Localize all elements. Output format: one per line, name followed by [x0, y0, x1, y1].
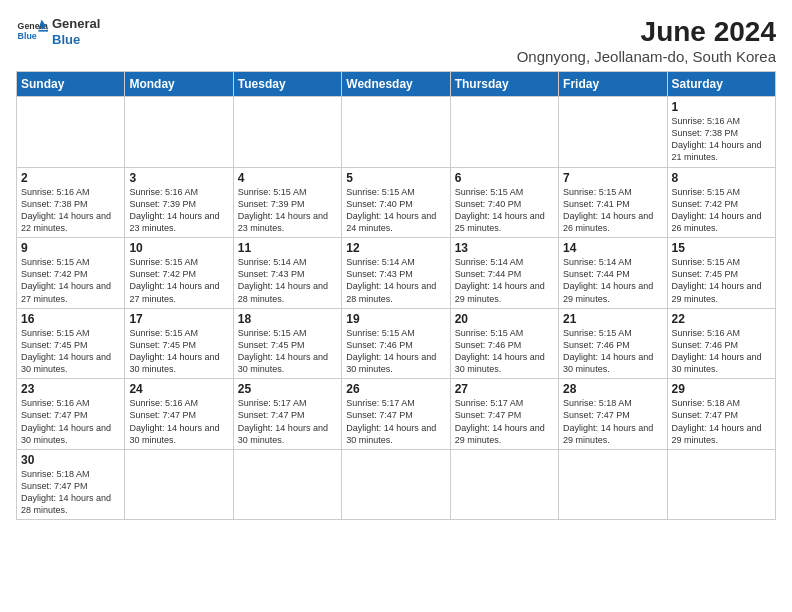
day-number: 1 — [672, 100, 771, 114]
day-number: 13 — [455, 241, 554, 255]
calendar-cell: 28Sunrise: 5:18 AMSunset: 7:47 PMDayligh… — [559, 379, 667, 450]
weekday-row: SundayMondayTuesdayWednesdayThursdayFrid… — [17, 72, 776, 97]
page-header: General Blue General Blue June 2024 Ongn… — [16, 16, 776, 65]
logo-icon: General Blue — [16, 18, 48, 46]
day-info: Sunrise: 5:14 AMSunset: 7:44 PMDaylight:… — [455, 256, 554, 305]
day-number: 4 — [238, 171, 337, 185]
day-info: Sunrise: 5:15 AMSunset: 7:40 PMDaylight:… — [346, 186, 445, 235]
day-info: Sunrise: 5:16 AMSunset: 7:39 PMDaylight:… — [129, 186, 228, 235]
weekday-header: Monday — [125, 72, 233, 97]
calendar-cell: 30Sunrise: 5:18 AMSunset: 7:47 PMDayligh… — [17, 449, 125, 520]
day-number: 16 — [21, 312, 120, 326]
day-number: 29 — [672, 382, 771, 396]
day-info: Sunrise: 5:15 AMSunset: 7:42 PMDaylight:… — [129, 256, 228, 305]
calendar-header: SundayMondayTuesdayWednesdayThursdayFrid… — [17, 72, 776, 97]
day-number: 21 — [563, 312, 662, 326]
logo: General Blue General Blue — [16, 16, 100, 47]
calendar-cell: 12Sunrise: 5:14 AMSunset: 7:43 PMDayligh… — [342, 238, 450, 309]
weekday-header: Sunday — [17, 72, 125, 97]
calendar-cell: 13Sunrise: 5:14 AMSunset: 7:44 PMDayligh… — [450, 238, 558, 309]
calendar-cell: 3Sunrise: 5:16 AMSunset: 7:39 PMDaylight… — [125, 167, 233, 238]
day-number: 23 — [21, 382, 120, 396]
calendar-title: June 2024 — [517, 16, 776, 48]
day-number: 22 — [672, 312, 771, 326]
calendar-cell: 23Sunrise: 5:16 AMSunset: 7:47 PMDayligh… — [17, 379, 125, 450]
day-number: 3 — [129, 171, 228, 185]
week-row: 1Sunrise: 5:16 AMSunset: 7:38 PMDaylight… — [17, 97, 776, 168]
calendar-cell: 4Sunrise: 5:15 AMSunset: 7:39 PMDaylight… — [233, 167, 341, 238]
week-row: 30Sunrise: 5:18 AMSunset: 7:47 PMDayligh… — [17, 449, 776, 520]
calendar-cell: 11Sunrise: 5:14 AMSunset: 7:43 PMDayligh… — [233, 238, 341, 309]
calendar-cell: 10Sunrise: 5:15 AMSunset: 7:42 PMDayligh… — [125, 238, 233, 309]
day-number: 8 — [672, 171, 771, 185]
week-row: 23Sunrise: 5:16 AMSunset: 7:47 PMDayligh… — [17, 379, 776, 450]
calendar-cell — [125, 97, 233, 168]
calendar-cell: 9Sunrise: 5:15 AMSunset: 7:42 PMDaylight… — [17, 238, 125, 309]
calendar-cell: 2Sunrise: 5:16 AMSunset: 7:38 PMDaylight… — [17, 167, 125, 238]
calendar-cell: 18Sunrise: 5:15 AMSunset: 7:45 PMDayligh… — [233, 308, 341, 379]
calendar-cell: 14Sunrise: 5:14 AMSunset: 7:44 PMDayligh… — [559, 238, 667, 309]
calendar-cell: 26Sunrise: 5:17 AMSunset: 7:47 PMDayligh… — [342, 379, 450, 450]
day-info: Sunrise: 5:16 AMSunset: 7:38 PMDaylight:… — [21, 186, 120, 235]
calendar-body: 1Sunrise: 5:16 AMSunset: 7:38 PMDaylight… — [17, 97, 776, 520]
calendar-cell: 25Sunrise: 5:17 AMSunset: 7:47 PMDayligh… — [233, 379, 341, 450]
day-number: 20 — [455, 312, 554, 326]
svg-text:Blue: Blue — [18, 30, 37, 40]
calendar-cell: 1Sunrise: 5:16 AMSunset: 7:38 PMDaylight… — [667, 97, 775, 168]
calendar-cell — [559, 449, 667, 520]
calendar-cell — [233, 97, 341, 168]
day-number: 27 — [455, 382, 554, 396]
calendar-cell — [450, 449, 558, 520]
calendar-cell: 7Sunrise: 5:15 AMSunset: 7:41 PMDaylight… — [559, 167, 667, 238]
day-info: Sunrise: 5:18 AMSunset: 7:47 PMDaylight:… — [21, 468, 120, 517]
calendar-cell: 19Sunrise: 5:15 AMSunset: 7:46 PMDayligh… — [342, 308, 450, 379]
calendar-cell — [667, 449, 775, 520]
day-number: 12 — [346, 241, 445, 255]
calendar-cell: 29Sunrise: 5:18 AMSunset: 7:47 PMDayligh… — [667, 379, 775, 450]
calendar-cell: 5Sunrise: 5:15 AMSunset: 7:40 PMDaylight… — [342, 167, 450, 238]
week-row: 9Sunrise: 5:15 AMSunset: 7:42 PMDaylight… — [17, 238, 776, 309]
weekday-header: Saturday — [667, 72, 775, 97]
day-info: Sunrise: 5:17 AMSunset: 7:47 PMDaylight:… — [455, 397, 554, 446]
day-info: Sunrise: 5:18 AMSunset: 7:47 PMDaylight:… — [672, 397, 771, 446]
day-info: Sunrise: 5:15 AMSunset: 7:45 PMDaylight:… — [672, 256, 771, 305]
day-info: Sunrise: 5:17 AMSunset: 7:47 PMDaylight:… — [346, 397, 445, 446]
weekday-header: Friday — [559, 72, 667, 97]
day-info: Sunrise: 5:15 AMSunset: 7:42 PMDaylight:… — [672, 186, 771, 235]
logo-general: General — [52, 16, 100, 32]
day-info: Sunrise: 5:15 AMSunset: 7:46 PMDaylight:… — [346, 327, 445, 376]
day-info: Sunrise: 5:15 AMSunset: 7:45 PMDaylight:… — [21, 327, 120, 376]
calendar-cell: 16Sunrise: 5:15 AMSunset: 7:45 PMDayligh… — [17, 308, 125, 379]
day-number: 10 — [129, 241, 228, 255]
calendar-cell — [559, 97, 667, 168]
day-info: Sunrise: 5:15 AMSunset: 7:42 PMDaylight:… — [21, 256, 120, 305]
calendar-cell: 15Sunrise: 5:15 AMSunset: 7:45 PMDayligh… — [667, 238, 775, 309]
day-info: Sunrise: 5:15 AMSunset: 7:40 PMDaylight:… — [455, 186, 554, 235]
calendar-cell — [342, 449, 450, 520]
svg-rect-3 — [38, 30, 48, 32]
calendar-table: SundayMondayTuesdayWednesdayThursdayFrid… — [16, 71, 776, 520]
day-info: Sunrise: 5:15 AMSunset: 7:41 PMDaylight:… — [563, 186, 662, 235]
day-info: Sunrise: 5:17 AMSunset: 7:47 PMDaylight:… — [238, 397, 337, 446]
day-number: 7 — [563, 171, 662, 185]
weekday-header: Thursday — [450, 72, 558, 97]
day-info: Sunrise: 5:15 AMSunset: 7:45 PMDaylight:… — [238, 327, 337, 376]
day-number: 30 — [21, 453, 120, 467]
day-info: Sunrise: 5:15 AMSunset: 7:39 PMDaylight:… — [238, 186, 337, 235]
day-number: 28 — [563, 382, 662, 396]
day-number: 26 — [346, 382, 445, 396]
title-block: June 2024 Ongnyong, Jeollanam-do, South … — [517, 16, 776, 65]
weekday-header: Wednesday — [342, 72, 450, 97]
day-info: Sunrise: 5:15 AMSunset: 7:45 PMDaylight:… — [129, 327, 228, 376]
day-number: 2 — [21, 171, 120, 185]
day-info: Sunrise: 5:14 AMSunset: 7:44 PMDaylight:… — [563, 256, 662, 305]
day-info: Sunrise: 5:18 AMSunset: 7:47 PMDaylight:… — [563, 397, 662, 446]
calendar-cell: 6Sunrise: 5:15 AMSunset: 7:40 PMDaylight… — [450, 167, 558, 238]
calendar-cell — [125, 449, 233, 520]
day-number: 24 — [129, 382, 228, 396]
week-row: 2Sunrise: 5:16 AMSunset: 7:38 PMDaylight… — [17, 167, 776, 238]
day-number: 25 — [238, 382, 337, 396]
day-number: 6 — [455, 171, 554, 185]
day-number: 5 — [346, 171, 445, 185]
logo-blue: Blue — [52, 32, 100, 48]
